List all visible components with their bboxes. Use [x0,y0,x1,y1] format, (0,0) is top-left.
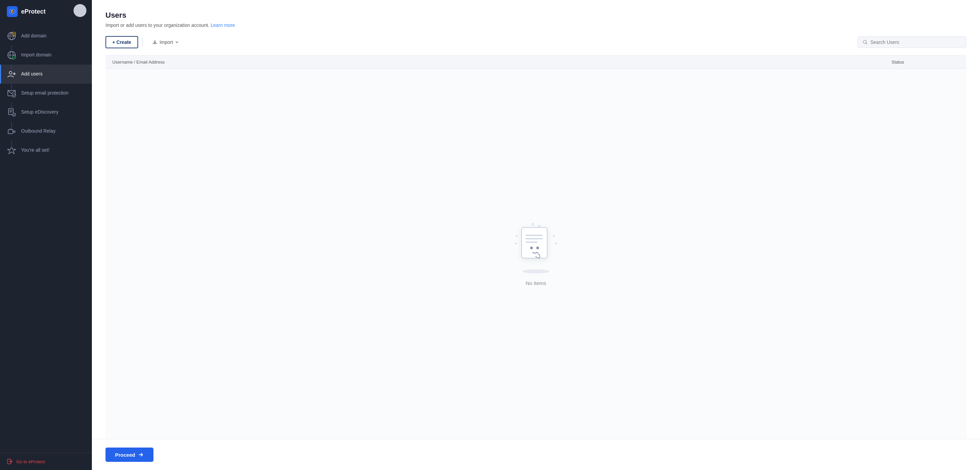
decor-dot-4 [553,235,555,237]
svg-marker-26 [8,146,16,154]
decor-dot-1 [531,223,534,225]
goto-label: Go to eProtect [16,459,45,464]
sidebar-item-setup-email[interactable]: Setup email protection [0,84,92,103]
search-icon [862,40,868,45]
empty-doc-illustration [520,226,550,263]
svg-line-30 [866,43,867,44]
svg-rect-23 [8,130,13,133]
empty-illustration: + + [514,222,558,273]
sidebar-item-add-domain[interactable]: Add domain [0,27,92,46]
sidebar: eProtect Add domain [0,0,92,470]
table-header: Username / Email Address Status [105,55,966,69]
sidebar-label-all-set: You're all set! [21,146,49,154]
create-button[interactable]: + Create [105,36,138,48]
content-footer: Proceed [92,439,980,470]
add-domain-icon [7,31,16,41]
sidebar-navigation: Add domain Import domain [0,23,92,453]
decor-plus-2: + [555,241,557,246]
import-chevron-icon [175,40,179,44]
page-subtitle: Import or add users to your organization… [105,22,966,28]
import-label: Import [159,40,173,45]
sidebar-item-import-domain[interactable]: Import domain [0,46,92,65]
learn-more-link[interactable]: Learn more [211,22,235,28]
col-status-header: Status [891,60,959,65]
proceed-label: Proceed [115,452,135,458]
decor-dot-3 [516,235,517,237]
import-button[interactable]: Import [147,37,185,48]
page-title: Users [105,11,966,20]
active-indicator [0,65,1,84]
sidebar-label-add-users: Add users [21,69,43,78]
table-body: + + [105,69,966,439]
app-title: eProtect [21,8,46,15]
empty-text: No Items [526,280,546,286]
sidebar-header: eProtect [0,0,92,23]
col-username-header: Username / Email Address [112,60,891,65]
app-logo-icon [7,6,18,17]
avatar[interactable] [73,4,86,17]
sidebar-item-setup-ediscovery[interactable]: Setup eDiscovery [0,103,92,122]
subtitle-text: Import or add users to your organization… [105,22,209,28]
svg-point-35 [530,246,533,249]
sidebar-item-add-users[interactable]: Add users [0,65,92,84]
search-input[interactable] [870,40,961,45]
sidebar-label-outbound-relay: Outbound Relay [21,127,56,135]
sidebar-item-outbound-relay[interactable]: Outbound Relay [0,122,92,141]
empty-state: + + [500,209,572,300]
svg-point-12 [12,56,16,59]
proceed-arrow-icon [138,452,144,458]
sidebar-label-add-domain: Add domain [21,31,47,40]
proceed-button[interactable]: Proceed [105,448,153,462]
content-panel: Users Import or add users to your organi… [92,0,980,470]
sidebar-label-setup-email: Setup email protection [21,89,68,97]
sidebar-label-import-domain: Import domain [21,50,51,59]
search-container [858,37,966,48]
content-inner: Users Import or add users to your organi… [92,0,980,439]
svg-point-22 [12,113,16,116]
toolbar: + Create Import [105,36,966,48]
main-content: Users Import or add users to your organi… [92,0,980,470]
sidebar-footer: Go to eProtect [0,453,92,470]
svg-point-13 [9,71,12,74]
sidebar-item-all-set[interactable]: You're all set! [0,141,92,160]
svg-point-36 [536,246,539,249]
empty-shadow [522,269,550,273]
svg-point-17 [12,94,16,97]
goto-eprotect-link[interactable]: Go to eProtect [7,459,85,465]
goto-icon [7,459,13,465]
sidebar-label-ediscovery: Setup eDiscovery [21,108,59,116]
toolbar-divider [142,37,143,47]
decor-plus-1: + [514,241,517,246]
import-icon [152,40,158,45]
